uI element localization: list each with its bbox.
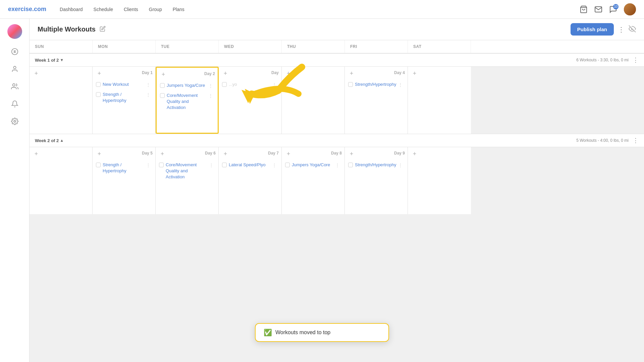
week2-more-button[interactable]: ⋮: [633, 137, 639, 144]
workout-check-fri[interactable]: [348, 82, 353, 87]
sidebar-item-bell[interactable]: [7, 97, 22, 111]
workout-check-w2mon[interactable]: [96, 163, 101, 167]
week2-label[interactable]: Week 2 of 2 ▴: [35, 138, 63, 143]
workout-check-core1[interactable]: [160, 93, 165, 98]
workout-check-w2wed[interactable]: [222, 163, 227, 167]
nav-right: 10: [580, 3, 636, 15]
mail-icon[interactable]: [594, 5, 602, 13]
workout-name-core1[interactable]: Core/Movement Quality and Activation: [167, 93, 207, 111]
add-fri-button[interactable]: +: [347, 69, 356, 77]
sidebar-item-dollar[interactable]: [7, 44, 22, 59]
toast-notification: ✅ Workouts moved to top: [255, 323, 389, 342]
week1-day-sat: +: [408, 67, 471, 134]
workout-name-w2fri[interactable]: Strength/Hypertrophy: [355, 162, 397, 168]
workout-name-jumpers[interactable]: Jumpers Yoga/Core: [167, 82, 207, 88]
workout-more-core1[interactable]: ⋮: [207, 93, 214, 99]
workout-strength-w2fri: Strength/Hypertrophy ⋮: [347, 161, 405, 170]
chat-icon[interactable]: 10: [609, 5, 617, 13]
header-actions: Publish plan ⋮: [571, 23, 636, 36]
add-wed-button[interactable]: +: [221, 69, 229, 77]
shopping-bag-icon[interactable]: [580, 5, 588, 13]
toast-container: ✅ Workouts moved to top: [255, 323, 389, 342]
workout-strength-w2mon: Strength / Hypertrophy ⋮: [95, 161, 153, 175]
week1-day-mon: + Day 1 New Workout ⋮ Strength / Hypertr…: [93, 67, 156, 134]
workout-more-fri[interactable]: ⋮: [397, 81, 404, 88]
nav-group[interactable]: Group: [149, 7, 162, 12]
workout-more-w2mon[interactable]: ⋮: [145, 162, 152, 169]
week2-day-fri: + Day 9 Strength/Hypertrophy ⋮: [345, 147, 408, 214]
workout-name-yo[interactable]: ...yo: [229, 81, 271, 87]
add-w2-fri-button[interactable]: +: [347, 150, 356, 158]
add-thu-button[interactable]: +: [284, 69, 292, 77]
week1-day2-num: Day 2: [204, 71, 215, 76]
add-sun-button[interactable]: +: [32, 69, 40, 77]
toast-icon: ✅: [264, 328, 272, 337]
add-w2-wed-button[interactable]: +: [221, 150, 229, 158]
svg-point-3: [13, 66, 16, 69]
week1-day-thu: +: [282, 67, 345, 134]
workout-more-yo[interactable]: ⋮: [271, 81, 278, 88]
user-avatar[interactable]: [624, 3, 636, 15]
week2-day6-num: Day 6: [205, 151, 216, 156]
workout-more-w2tue[interactable]: ⋮: [208, 162, 215, 169]
workout-check-w2fri[interactable]: [348, 163, 353, 167]
workout-more-w2wed[interactable]: ⋮: [271, 162, 278, 169]
add-w2-sun-button[interactable]: +: [32, 150, 40, 158]
sidebar-item-settings[interactable]: [7, 114, 22, 129]
workout-lateral-w2wed: Lateral Speed/Plyo ⋮: [221, 161, 279, 170]
svg-point-5: [14, 120, 16, 122]
publish-plan-button[interactable]: Publish plan: [571, 23, 614, 36]
week2-day-sat: +: [408, 147, 471, 214]
workout-name-w2tue[interactable]: Core/Movement Quality and Activation: [166, 162, 208, 180]
workout-more-jumpers[interactable]: ⋮: [207, 82, 214, 89]
week2-section: Week 2 of 2 ▴ 5 Workouts - 4:00, 0 lbs, …: [30, 134, 644, 214]
workout-check-yo[interactable]: [222, 82, 227, 87]
workout-core-w2tue: Core/Movement Quality and Activation ⋮: [158, 161, 216, 182]
workout-name-2[interactable]: Strength / Hypertrophy: [103, 92, 145, 104]
week2-day5-num: Day 5: [142, 151, 153, 156]
more-options-button[interactable]: ⋮: [618, 25, 625, 34]
chat-badge: 10: [613, 4, 619, 9]
workout-more-w2fri[interactable]: ⋮: [397, 162, 404, 169]
add-w2-sat-button[interactable]: +: [411, 150, 419, 158]
workout-strength-1: Strength / Hypertrophy ⋮: [95, 90, 153, 105]
week2-day-wed: + Day 7 Lateral Speed/Plyo ⋮: [219, 147, 282, 214]
add-w2-tue-button[interactable]: +: [158, 150, 166, 158]
nav-plans[interactable]: Plans: [173, 7, 184, 12]
sidebar-avatar[interactable]: [7, 24, 22, 39]
add-tue-button[interactable]: +: [159, 70, 167, 78]
nav-schedule[interactable]: Schedule: [94, 7, 113, 12]
add-sat-button[interactable]: +: [411, 69, 419, 77]
workout-name-w2thu[interactable]: Jumpers Yoga/Core: [292, 162, 334, 168]
nav-clients[interactable]: Clients: [124, 7, 138, 12]
add-w2-thu-button[interactable]: +: [284, 150, 292, 158]
week2-day-thu: + Day 8 Jumpers Yoga/Core ⋮: [282, 147, 345, 214]
calendar-area: SUN MON TUE WED THU FRI SAT Week 1 of 2 …: [30, 40, 644, 362]
workout-check-1[interactable]: [96, 82, 101, 87]
sidebar-item-user[interactable]: [7, 62, 22, 76]
day-label-sat: SAT: [408, 40, 471, 53]
workout-check-2[interactable]: [96, 92, 101, 97]
workout-name-w2mon[interactable]: Strength / Hypertrophy: [103, 162, 145, 174]
workout-check-w2tue[interactable]: [159, 163, 164, 167]
sidebar-item-group[interactable]: [7, 79, 22, 94]
week2-day8-num: Day 8: [331, 151, 342, 156]
workout-more-2[interactable]: ⋮: [145, 92, 152, 98]
add-w2-mon-button[interactable]: +: [95, 150, 103, 158]
nav-dashboard[interactable]: Dashboard: [60, 7, 83, 12]
top-navigation: exercise.com Dashboard Schedule Clients …: [0, 0, 644, 19]
week1-more-button[interactable]: ⋮: [633, 56, 639, 64]
workout-more-w2thu[interactable]: ⋮: [334, 162, 341, 169]
visibility-toggle-button[interactable]: [629, 25, 636, 34]
workout-more-1[interactable]: ⋮: [145, 81, 152, 88]
workout-check-jumpers[interactable]: [160, 83, 165, 88]
workout-name-w2wed[interactable]: Lateral Speed/Plyo: [229, 162, 271, 168]
workout-name-1[interactable]: New Workout: [103, 81, 145, 87]
logo[interactable]: exercise.com: [8, 6, 46, 13]
add-mon-button[interactable]: +: [95, 69, 103, 77]
edit-icon[interactable]: [100, 26, 106, 33]
workout-check-w2thu[interactable]: [285, 163, 290, 167]
plan-header: Multiple Workouts Publish plan ⋮: [30, 19, 644, 40]
workout-name-fri[interactable]: Strength/Hypertrophy: [355, 81, 397, 87]
week1-label[interactable]: Week 1 of 2 ▾: [35, 58, 63, 63]
